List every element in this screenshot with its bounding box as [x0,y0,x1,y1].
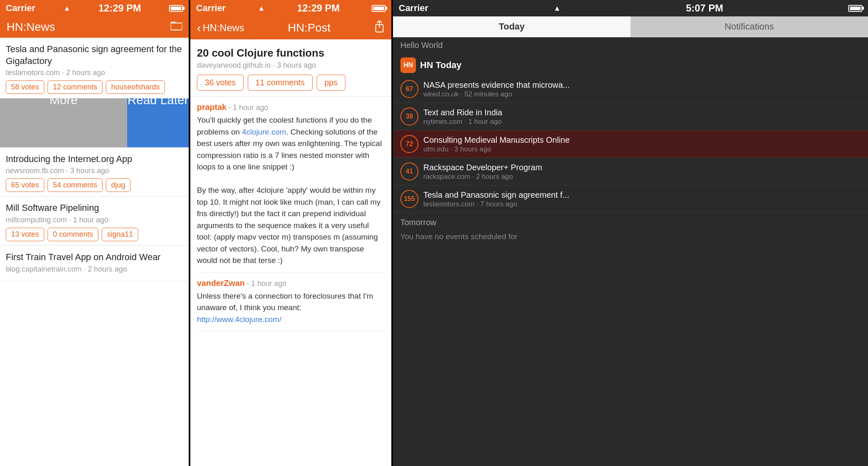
post-header: 20 cool Clojure functions daveyarwood.gi… [190,39,391,97]
vote-badge-2: 72 [400,135,418,153]
news-meta-1: teslamotors.com · 2 hours ago [6,69,183,77]
post-votes-btn[interactable]: 36 votes [197,75,244,91]
swipe-more-btn[interactable]: More [0,98,127,147]
nav-title-2: HN:Post [288,21,331,34]
notif-meta-2: utm.edu · 3 hours ago [423,145,861,153]
swipe-read-later-btn[interactable]: Read Later [127,98,189,147]
section-hello-world: Hello World [393,37,868,53]
domain-btn-1[interactable]: houseofshards [106,80,165,94]
share-icon[interactable] [374,21,385,35]
app-header: HN HN Today [393,53,868,75]
news-actions-3: 65 votes 54 comments djug [6,178,183,192]
time-1: 12:29 PM [98,2,141,14]
no-events-text: You have no events scheduled for [393,229,868,244]
news-actions-1: 58 votes 12 comments houseofshards [6,80,183,94]
carrier-3: Carrier [399,3,428,14]
notif-title-0: NASA presents evidence that microwa... [423,80,861,90]
app-icon: HN [400,57,416,73]
battery-icon-3 [848,5,862,12]
carrier-1: Carrier [6,3,35,14]
votes-btn-1[interactable]: 58 votes [6,80,44,94]
panel-news-list: Carrier ▲ 12:29 PM HN:News Tesla and Pan… [0,0,189,466]
comment-2-author: vanderZwan [197,279,245,288]
svg-rect-0 [171,23,182,30]
news-item-2[interactable]: nctions - 3 hours ago omments pps More R… [0,98,189,148]
comment-1-header: praptak - 1 hour ago [197,103,385,112]
status-bar-3: Carrier ▲ 5:07 PM [393,0,868,16]
battery-icon-2 [372,5,386,12]
panel-notifications: Carrier ▲ 5:07 PM Today Notifications He… [393,0,868,466]
domain-btn-4[interactable]: signa11 [102,228,138,241]
comments-btn-4[interactable]: 0 comments [48,228,98,241]
notif-meta-3: rackspace.com · 2 hours ago [423,173,861,181]
news-meta-4: millcomputing.com · 1 hour ago [6,216,183,224]
domain-btn-3[interactable]: djug [106,178,130,192]
back-label: HN:News [203,22,244,34]
news-actions-4: 13 votes 0 comments signa11 [6,228,183,241]
news-item-1[interactable]: Tesla and Panasonic sign agreement for t… [0,38,189,98]
back-arrow-icon: ‹ [197,21,201,35]
notif-meta-4: teslamotors.com · 7 hours ago [423,200,861,208]
notif-item-4[interactable]: 155 Tesla and Panasonic sign agreement f… [393,185,868,213]
news-item-5[interactable]: First Train Travel App on Android Wear b… [0,246,189,281]
comment-1-link[interactable]: 4clojure.com [242,128,286,136]
time-2: 12:29 PM [297,2,340,14]
comment-2-header: vanderZwan - 1 hour ago [197,279,385,288]
back-button[interactable]: ‹ HN:News [197,21,244,35]
news-title-4: Mill Software Pipelining [6,202,183,214]
battery-area-3 [848,5,862,12]
comment-1-time: - 1 hour ago [228,103,268,112]
notif-item-2[interactable]: 72 Consulting Medieval Manuscripts Onlin… [393,130,868,158]
notif-content-2: Consulting Medieval Manuscripts Online u… [423,135,861,153]
votes-btn-3[interactable]: 65 votes [6,178,44,192]
vote-badge-4: 155 [400,190,418,208]
post-actions: 36 votes 11 comments pps [197,75,385,91]
post-domain-btn[interactable]: pps [317,75,345,91]
news-title-1: Tesla and Panasonic sign agreement for t… [6,43,183,67]
notif-title-2: Consulting Medieval Manuscripts Online [423,135,861,145]
notif-meta-1: nytimes.com · 1 hour ago [423,118,861,126]
comment-2-body: Unless there's a connection to foreclosu… [197,290,385,326]
notif-content-0: NASA presents evidence that microwa... w… [423,80,861,98]
news-meta-5: blog.capitainetrain.com · 2 hours ago [6,265,183,274]
comment-2-link[interactable]: http://www.4clojure.com/ [197,315,281,324]
notif-content-1: Text and Ride in India nytimes.com · 1 h… [423,107,861,126]
notification-list: 67 NASA presents evidence that microwa..… [393,75,868,213]
post-comments-btn[interactable]: 11 comments [248,75,313,91]
news-title-5: First Train Travel App on Android Wear [6,251,183,263]
notif-title-4: Tesla and Panasonic sign agreement f... [423,190,861,200]
time-3: 5:07 PM [686,2,723,14]
news-item-3[interactable]: Introducing the Internet.org App newsroo… [0,148,189,197]
tab-today[interactable]: Today [393,16,630,37]
post-meta: daveyarwood.github.io · 3 hours ago [197,61,385,70]
comment-1: praptak - 1 hour ago You'll quickly get … [197,97,385,273]
tab-notifications[interactable]: Notifications [630,16,868,37]
nav-bar-2: ‹ HN:News HN:Post [190,16,391,39]
notif-item-0[interactable]: 67 NASA presents evidence that microwa..… [393,75,868,103]
news-title-3: Introducing the Internet.org App [6,153,183,165]
folder-icon[interactable] [171,21,182,34]
comments-btn-3[interactable]: 54 comments [48,178,103,192]
status-bar-1: Carrier ▲ 12:29 PM [0,0,189,16]
wifi-icon-2: ▲ [258,4,265,13]
app-name: HN Today [420,60,461,71]
vote-badge-1: 38 [400,107,418,126]
notif-item-3[interactable]: 41 Rackspace Developer+ Program rackspac… [393,158,868,185]
notif-item-1[interactable]: 38 Text and Ride in India nytimes.com · … [393,103,868,130]
post-title: 20 cool Clojure functions [197,47,385,59]
comments-btn-1[interactable]: 12 comments [48,80,103,94]
wifi-icon-3: ▲ [553,4,561,13]
swipe-overlay: More Read Later [0,98,189,147]
comment-1-author: praptak [197,103,226,112]
notif-content-4: Tesla and Panasonic sign agreement f... … [423,190,861,208]
tomorrow-header: Tomorrow [393,215,868,229]
votes-btn-4[interactable]: 13 votes [6,228,44,241]
notif-meta-0: wired.co.uk · 52 minutes ago [423,90,861,98]
carrier-2: Carrier [196,3,226,14]
nav-title-1: HN:News [7,21,55,34]
comment-2-time: - 1 hour ago [247,279,286,288]
battery-icon-1 [169,5,183,12]
news-list: Tesla and Panasonic sign agreement for t… [0,38,189,466]
news-item-4[interactable]: Mill Software Pipelining millcomputing.c… [0,196,189,246]
panel-post: Carrier ▲ 12:29 PM ‹ HN:News HN:Post 20 … [190,0,391,466]
